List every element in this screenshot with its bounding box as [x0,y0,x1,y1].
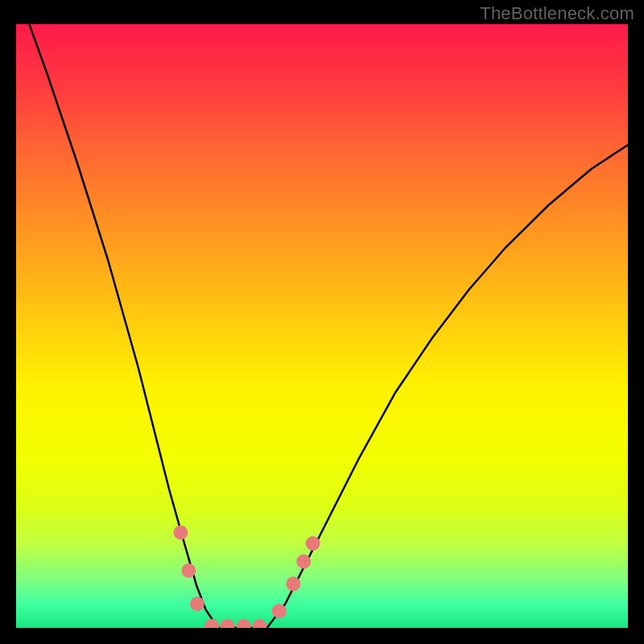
curve-marker [272,604,287,618]
curve-marker [190,597,204,611]
chart-svg [16,24,628,628]
curve-marker [181,564,196,578]
curve-marker [306,536,320,551]
curve-marker [286,576,300,591]
chart-plot [16,24,628,628]
gradient-background [16,24,628,628]
curve-marker [296,555,311,569]
chart-frame: TheBottleneck.com [0,0,644,644]
watermark-text: TheBottleneck.com [480,3,634,24]
curve-marker [173,526,188,540]
